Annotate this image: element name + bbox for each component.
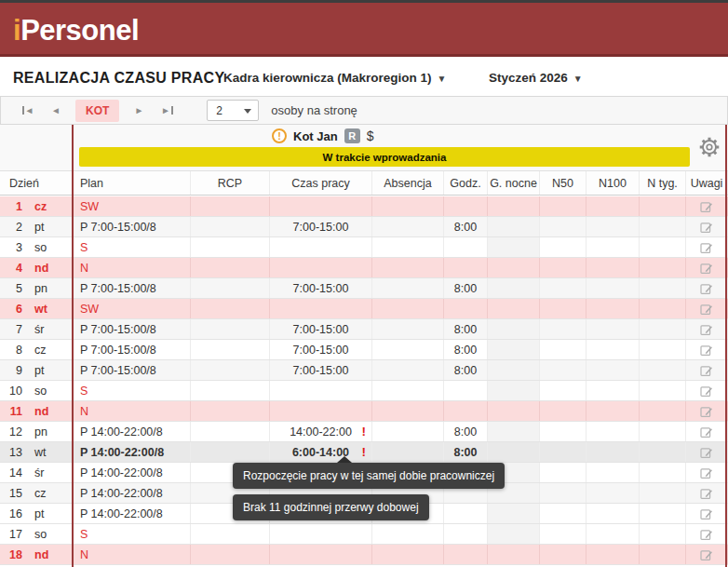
worktime-cell[interactable]: 7:00-15:00 [270,340,372,359]
rcp-cell[interactable] [191,340,270,359]
plan-cell[interactable]: SW [73,299,191,318]
plan-cell[interactable]: P 14:00-22:00/8 [73,422,191,441]
worktime-cell[interactable] [270,381,372,400]
notes-cell[interactable] [686,319,728,339]
table-row[interactable]: 7śr P 7:00-15:00/8 7:00-15:00 8:00 [0,319,728,340]
worktime-cell[interactable]: 14:00-22:00! [270,422,372,441]
absence-cell[interactable] [372,524,444,544]
table-row[interactable]: 1cz SW [0,196,728,217]
notes-cell[interactable] [686,422,728,441]
warning-icon[interactable]: ! [362,425,367,439]
notes-cell[interactable] [686,299,728,318]
table-row[interactable]: 8cz P 7:00-15:00/8 7:00-15:00 8:00 [0,340,728,360]
table-row[interactable]: 4nd N [0,258,728,278]
worktime-cell[interactable]: 6:00-14:00! [270,442,372,462]
table-row[interactable]: 17so S [0,524,728,545]
absence-cell[interactable] [372,278,444,298]
notes-cell[interactable] [686,360,728,380]
table-row[interactable]: 10so S [0,381,728,401]
notes-cell[interactable] [686,463,728,482]
plan-cell[interactable]: N [73,258,191,277]
settings-gear-button[interactable] [696,134,722,160]
rcp-cell[interactable] [191,196,270,216]
rcp-cell[interactable] [191,381,270,400]
worktime-cell[interactable] [270,237,372,257]
notes-cell[interactable] [686,442,728,462]
worktime-cell[interactable]: 7:00-15:00 [270,217,372,236]
worktime-cell[interactable] [270,524,372,544]
notes-cell[interactable] [686,278,728,298]
rcp-cell[interactable] [191,217,270,236]
worktime-cell[interactable]: 7:00-15:00 [270,319,372,339]
table-row[interactable]: 9pt P 7:00-15:00/8 7:00-15:00 8:00 [0,360,728,381]
worktime-cell[interactable] [270,545,372,564]
plan-cell[interactable]: P 7:00-15:00/8 [73,217,191,236]
table-row[interactable]: 18nd N [0,545,728,565]
plan-cell[interactable]: P 7:00-15:00/8 [73,360,191,380]
notes-cell[interactable] [686,504,728,523]
plan-cell[interactable]: SW [73,196,191,216]
plan-cell[interactable]: P 14:00-22:00/8 [73,442,191,462]
plan-cell[interactable]: P 7:00-15:00/8 [73,340,191,359]
table-row[interactable]: 6wt SW [0,299,728,319]
notes-cell[interactable] [686,381,728,400]
page-size-select[interactable]: 2 [207,100,259,121]
notes-cell[interactable] [686,237,728,257]
notes-cell[interactable] [686,401,728,421]
rcp-cell[interactable] [191,524,270,544]
notes-cell[interactable] [686,340,728,359]
period-dropdown[interactable]: Styczeń 2026▼ [489,71,583,85]
plan-cell[interactable]: P 14:00-22:00/8 [73,483,191,503]
last-page-button[interactable]: ► [153,97,181,124]
notes-cell[interactable] [686,483,728,503]
table-row[interactable]: 5pn P 7:00-15:00/8 7:00-15:00 8:00 [0,278,728,299]
plan-cell[interactable]: S [73,237,191,257]
current-page-chip[interactable]: KOT [75,100,119,122]
table-row[interactable]: 2pt P 7:00-15:00/8 7:00-15:00 8:00 [0,217,728,237]
absence-cell[interactable] [372,319,444,339]
rcp-cell[interactable] [191,278,270,298]
absence-cell[interactable] [372,217,444,236]
table-row[interactable]: 11nd N [0,401,728,422]
rcp-cell[interactable] [191,237,270,257]
absence-cell[interactable] [372,299,444,318]
worktime-cell[interactable] [270,299,372,318]
warning-icon[interactable]: ! [362,445,367,459]
plan-cell[interactable]: S [73,381,191,400]
worktime-cell[interactable] [270,258,372,277]
absence-cell[interactable] [372,258,444,277]
worktime-cell[interactable] [270,401,372,421]
absence-cell[interactable] [372,237,444,257]
first-page-button[interactable]: ◄ [14,97,42,124]
plan-cell[interactable]: P 14:00-22:00/8 [73,463,191,482]
group-dropdown[interactable]: Kadra kierownicza (Makroregion 1)▼ [223,71,446,85]
worktime-cell[interactable]: 7:00-15:00 [270,278,372,298]
absence-cell[interactable] [372,196,444,216]
rcp-cell[interactable] [191,360,270,380]
table-row[interactable]: 3so S [0,237,728,258]
absence-cell[interactable] [372,442,444,462]
rcp-cell[interactable] [191,319,270,339]
plan-cell[interactable]: P 7:00-15:00/8 [73,319,191,339]
rcp-cell[interactable] [191,442,270,462]
absence-cell[interactable] [372,401,444,421]
worktime-cell[interactable]: 7:00-15:00 [270,360,372,380]
rcp-cell[interactable] [191,422,270,441]
absence-cell[interactable] [372,545,444,564]
notes-cell[interactable] [686,196,728,216]
rcp-cell[interactable] [191,258,270,277]
worktime-cell[interactable] [270,196,372,216]
plan-cell[interactable]: N [73,545,191,564]
rcp-cell[interactable] [191,401,270,421]
plan-cell[interactable]: P 14:00-22:00/8 [73,504,191,523]
rcp-cell[interactable] [191,545,270,564]
absence-cell[interactable] [372,381,444,400]
employee-header[interactable]: ! Kot Jan R $ [272,128,373,143]
next-page-button[interactable]: ► [125,97,153,124]
plan-cell[interactable]: S [73,524,191,544]
absence-cell[interactable] [372,340,444,359]
table-row[interactable]: 12pn P 14:00-22:00/8 14:00-22:00! 8:00 [0,422,728,442]
absence-cell[interactable] [372,422,444,441]
notes-cell[interactable] [686,524,728,544]
plan-cell[interactable]: N [73,401,191,421]
